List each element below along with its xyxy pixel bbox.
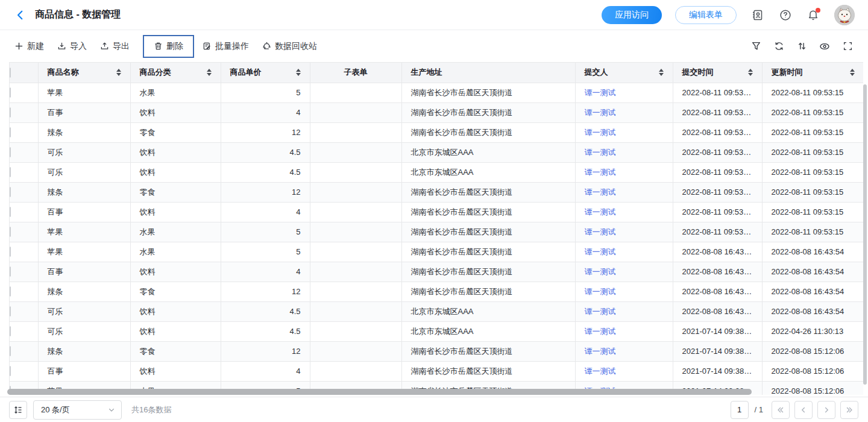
recycle-icon bbox=[262, 42, 271, 51]
row-checkbox[interactable] bbox=[10, 247, 11, 257]
sort-control-submitter[interactable] bbox=[659, 69, 664, 76]
cell-name: 百事 bbox=[38, 361, 130, 381]
import-button[interactable]: 导入 bbox=[57, 41, 87, 52]
edit-form-button[interactable]: 编辑表单 bbox=[675, 6, 737, 24]
total-count-label: 共16条数据 bbox=[131, 405, 171, 415]
table-row[interactable]: 可乐饮料4.5北京市东城区AAA谭一测试2022-08-11 09:53:152… bbox=[10, 162, 863, 182]
table-row[interactable]: 辣条零食12湖南省长沙市岳麓区天顶街道谭一测试2022-08-11 09:53:… bbox=[10, 182, 863, 202]
export-button[interactable]: 导出 bbox=[100, 41, 130, 52]
first-page-button[interactable] bbox=[772, 401, 790, 419]
table-row[interactable]: 百事饮料4湖南省长沙市岳麓区天顶街道谭一测试2022-08-08 16:43:5… bbox=[10, 262, 863, 282]
sort-control-category[interactable] bbox=[207, 69, 212, 76]
sort-control-name[interactable] bbox=[116, 69, 121, 76]
cell-name: 苹果 bbox=[38, 83, 130, 102]
submitter-link[interactable]: 谭一测试 bbox=[585, 267, 616, 276]
select-all-checkbox[interactable] bbox=[10, 68, 11, 78]
contacts-book-icon[interactable] bbox=[751, 8, 764, 22]
cell-address: 湖南省长沙市岳麓区天顶街道 bbox=[401, 361, 575, 381]
row-checkbox[interactable] bbox=[10, 227, 11, 237]
row-checkbox[interactable] bbox=[10, 147, 11, 157]
row-checkbox[interactable] bbox=[10, 187, 11, 197]
eye-icon[interactable] bbox=[819, 40, 831, 52]
table-row[interactable]: 百事饮料4湖南省长沙市岳麓区天顶街道谭一测试2021-07-14 09:38:2… bbox=[10, 361, 863, 381]
refresh-icon[interactable] bbox=[773, 40, 785, 52]
avatar[interactable] bbox=[834, 5, 855, 25]
cell-price: 12 bbox=[221, 341, 310, 361]
table-row[interactable]: 可乐饮料4.5北京市东城区AAA谭一测试2022-08-08 16:43:542… bbox=[10, 301, 863, 321]
row-height-button[interactable] bbox=[9, 401, 27, 419]
submitter-link[interactable]: 谭一测试 bbox=[585, 187, 616, 197]
submitter-link[interactable]: 谭一测试 bbox=[585, 327, 616, 336]
row-checkbox[interactable] bbox=[10, 326, 11, 336]
submitter-link[interactable]: 谭一测试 bbox=[585, 88, 616, 97]
table-row[interactable]: 苹果水果5湖南省长沙市岳麓区天顶街道谭一测试2022-08-11 09:53:1… bbox=[10, 83, 863, 102]
cell-category: 饮料 bbox=[130, 321, 221, 341]
cell-update_time: 2022-08-11 09:53:15 bbox=[762, 162, 863, 182]
table-row[interactable]: 辣条零食12湖南省长沙市岳麓区天顶街道谭一测试2022-08-11 09:53:… bbox=[10, 122, 863, 142]
cell-address: 北京市东城区AAA bbox=[401, 301, 575, 321]
table-row[interactable]: 百事饮料4湖南省长沙市岳麓区天顶街道谭一测试2022-08-11 09:53:1… bbox=[10, 202, 863, 222]
sort-control-update_time[interactable] bbox=[850, 69, 855, 76]
table-row[interactable]: 可乐饮料4.5北京市东城区AAA谭一测试2021-07-14 09:38:462… bbox=[10, 321, 863, 341]
horizontal-scrollbar-thumb[interactable] bbox=[7, 389, 752, 395]
cell-category: 饮料 bbox=[130, 262, 221, 282]
row-checkbox[interactable] bbox=[10, 207, 11, 217]
current-page-input[interactable] bbox=[731, 401, 749, 419]
submitter-link[interactable]: 谭一测试 bbox=[585, 148, 616, 157]
batch-operation-button[interactable]: 批量操作 bbox=[203, 41, 249, 52]
submitter-link[interactable]: 谭一测试 bbox=[585, 347, 616, 356]
submitter-link[interactable]: 谭一测试 bbox=[585, 367, 616, 376]
table-row[interactable]: 可乐饮料4.5北京市东城区AAA谭一测试2022-08-11 09:53:152… bbox=[10, 142, 863, 162]
table-row[interactable]: 百事饮料4湖南省长沙市岳麓区天顶街道谭一测试2022-08-11 09:53:1… bbox=[10, 102, 863, 122]
next-page-button[interactable] bbox=[817, 401, 835, 419]
sort-control-submit_time[interactable] bbox=[748, 69, 753, 76]
cell-submitter: 谭一测试 bbox=[575, 102, 673, 122]
table-row[interactable]: 辣条零食12湖南省长沙市岳麓区天顶街道谭一测试2022-08-08 16:43:… bbox=[10, 282, 863, 301]
row-checkbox[interactable] bbox=[10, 366, 11, 376]
submitter-link[interactable]: 谭一测试 bbox=[585, 128, 616, 137]
row-checkbox[interactable] bbox=[10, 346, 11, 356]
fullscreen-icon[interactable] bbox=[841, 40, 854, 52]
row-checkbox[interactable] bbox=[10, 266, 11, 277]
table-row[interactable]: 苹果水果5湖南省长沙市岳麓区天顶街道谭一测试2022-08-11 09:53:1… bbox=[10, 222, 863, 242]
sort-icon[interactable] bbox=[796, 40, 808, 52]
cell-subform bbox=[310, 301, 401, 321]
submitter-link[interactable]: 谭一测试 bbox=[585, 207, 616, 216]
row-checkbox[interactable] bbox=[10, 107, 11, 118]
cell-name: 可乐 bbox=[38, 162, 130, 182]
help-icon[interactable] bbox=[779, 8, 792, 22]
row-checkbox[interactable] bbox=[10, 306, 11, 316]
cell-category: 水果 bbox=[130, 222, 221, 242]
sort-control-price[interactable] bbox=[296, 69, 301, 76]
vertical-scrollbar-thumb[interactable] bbox=[863, 84, 867, 385]
row-checkbox[interactable] bbox=[10, 167, 11, 177]
submitter-link[interactable]: 谭一测试 bbox=[585, 287, 616, 296]
submitter-link[interactable]: 谭一测试 bbox=[585, 227, 616, 236]
filter-icon[interactable] bbox=[750, 40, 762, 52]
cell-update_time: 2022-08-08 15:12:06 bbox=[762, 381, 863, 395]
bell-icon[interactable] bbox=[807, 8, 820, 22]
row-checkbox[interactable] bbox=[10, 127, 11, 137]
back-icon[interactable] bbox=[13, 8, 28, 22]
recycle-bin-button[interactable]: 数据回收站 bbox=[262, 41, 317, 52]
row-checkbox[interactable] bbox=[10, 286, 11, 297]
submitter-link[interactable]: 谭一测试 bbox=[585, 108, 616, 117]
cell-submit_time: 2022-08-08 16:43:54 bbox=[673, 301, 762, 321]
cell-update_time: 2022-08-11 09:53:15 bbox=[762, 102, 863, 122]
table-row[interactable]: 苹果水果5湖南省长沙市岳麓区天顶街道谭一测试2022-08-08 16:43:5… bbox=[10, 242, 863, 262]
submitter-link[interactable]: 谭一测试 bbox=[585, 168, 616, 177]
cell-address: 湖南省长沙市岳麓区天顶街道 bbox=[401, 341, 575, 361]
delete-button[interactable]: 删除 bbox=[154, 41, 183, 52]
plus-icon bbox=[14, 42, 24, 51]
submitter-link[interactable]: 谭一测试 bbox=[585, 307, 616, 316]
prev-page-button[interactable] bbox=[794, 401, 813, 419]
cell-name: 可乐 bbox=[38, 301, 130, 321]
cell-category: 饮料 bbox=[130, 142, 221, 162]
last-page-button[interactable] bbox=[840, 401, 858, 419]
new-record-button[interactable]: 新建 bbox=[14, 41, 44, 52]
submitter-link[interactable]: 谭一测试 bbox=[585, 247, 616, 256]
row-checkbox[interactable] bbox=[10, 87, 11, 98]
app-access-button[interactable]: 应用访问 bbox=[602, 6, 662, 24]
table-row[interactable]: 辣条零食12湖南省长沙市岳麓区天顶街道谭一测试2021-07-14 09:38:… bbox=[10, 341, 863, 361]
page-size-select[interactable]: 20 条/页 bbox=[33, 400, 122, 420]
